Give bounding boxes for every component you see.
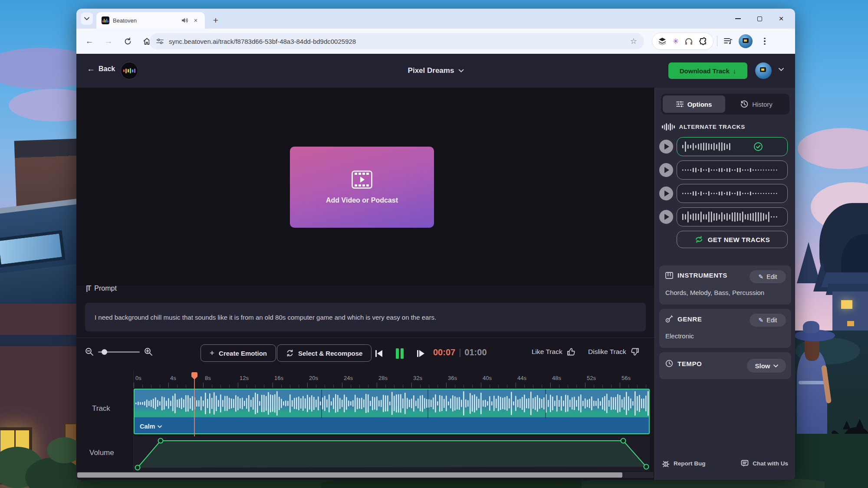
chevron-down-icon <box>773 364 778 367</box>
browser-reload-icon[interactable] <box>120 33 135 49</box>
wallpaper-figure-hair <box>805 340 819 361</box>
new-tab-button[interactable]: + <box>209 14 222 27</box>
media-controls-icon[interactable] <box>720 33 736 49</box>
zoom-out-icon[interactable] <box>85 347 94 356</box>
zoom-in-icon[interactable] <box>144 347 153 356</box>
tab-close-icon[interactable]: × <box>192 16 200 24</box>
tab-title: Beatoven <box>113 17 178 24</box>
wallpaper-grass <box>321 479 599 488</box>
horizontal-scrollbar[interactable] <box>76 472 654 478</box>
url-bar[interactable]: sync.beatoven.ai/track/f8783d66-53bf-48a… <box>149 33 644 49</box>
browser-tab[interactable]: Beatoven × <box>96 12 205 29</box>
text-cursor-icon: |T <box>86 285 90 292</box>
options-sidebar: Options History ALTERNATE TRACKS <box>654 88 795 480</box>
instruments-value: Chords, Melody, Bass, Percussion <box>665 289 764 296</box>
prompt-input[interactable]: I need background chill music that sound… <box>85 303 646 331</box>
wallpaper-cottage-window <box>841 300 852 309</box>
bug-icon <box>662 460 670 467</box>
beatoven-logo <box>121 62 138 79</box>
skip-forward-button[interactable] <box>414 347 427 360</box>
playhead-line <box>194 378 195 436</box>
wallpaper-cottage-window <box>847 321 854 326</box>
download-track-button[interactable]: Download Track ↓ <box>668 62 747 79</box>
select-recompose-button[interactable]: Select & Recompose <box>277 344 372 362</box>
extensions-puzzle-icon[interactable] <box>699 37 707 45</box>
tempo-dropdown[interactable]: Slow <box>747 359 786 373</box>
tab-history[interactable]: History <box>725 95 788 113</box>
tab-audio-icon[interactable] <box>181 17 188 23</box>
track-waveform <box>135 390 649 417</box>
total-time: 01:00 <box>464 347 487 357</box>
genre-value: Electronic <box>665 332 694 340</box>
window-close-button[interactable]: × <box>773 12 789 25</box>
timeline-ruler[interactable]: 0s4s8s12s16s20s24s28s32s36s40s44s48s52s5… <box>134 371 653 388</box>
recompose-loop-icon <box>286 349 294 357</box>
wallpaper-beam <box>0 335 77 346</box>
browser-profile-avatar[interactable] <box>739 34 753 48</box>
skip-back-button[interactable] <box>372 347 385 360</box>
track-title-dropdown[interactable]: Pixel Dreams <box>408 54 464 88</box>
edit-genre-button[interactable]: ✎ Edit <box>750 314 786 327</box>
genre-card: GENRE ✎ Edit Electronic <box>659 309 791 348</box>
alternate-tracks-header: ALTERNATE TRACKS <box>662 123 745 131</box>
site-info-icon[interactable] <box>156 38 164 45</box>
tab-search-button[interactable] <box>81 13 93 25</box>
extension-flower-icon[interactable]: ✳ <box>673 37 679 46</box>
extension-headphones-icon[interactable] <box>685 38 693 45</box>
volume-envelope[interactable] <box>134 436 650 471</box>
url-text[interactable]: sync.beatoven.ai/track/f8783d66-53bf-48a… <box>169 38 625 45</box>
play-alternate-track-button[interactable] <box>659 140 673 154</box>
add-video-or-podcast-card[interactable]: Add Video or Podcast <box>290 147 434 228</box>
browser-forward-icon[interactable]: → <box>101 33 116 49</box>
alternate-track-waveform-selected[interactable] <box>677 137 788 156</box>
browser-menu-icon[interactable] <box>757 33 773 49</box>
back-button[interactable]: ← Back <box>87 64 115 74</box>
zoom-slider-knob[interactable] <box>102 349 107 355</box>
add-video-label: Add Video or Podcast <box>326 197 398 204</box>
dislike-track-button[interactable]: Dislike Track <box>588 347 639 356</box>
account-chevron-icon[interactable] <box>779 68 784 71</box>
create-emotion-button[interactable]: + Create Emotion <box>201 344 276 362</box>
play-alternate-track-button[interactable] <box>659 163 673 177</box>
playback-controls-row: + Create Emotion Select & Recompose <box>76 337 654 368</box>
get-new-tracks-button[interactable]: GET NEW TRACKS <box>677 231 788 248</box>
back-arrow-icon: ← <box>87 64 95 74</box>
wallpaper-figure-waist <box>799 381 825 384</box>
chevron-down-icon <box>158 425 162 428</box>
track-clip[interactable]: Calm <box>134 389 650 434</box>
wallpaper-cloud <box>798 128 868 169</box>
chat-with-us-button[interactable]: Chat with Us <box>741 460 788 467</box>
alternate-track-waveform[interactable] <box>677 160 788 180</box>
zoom-slider[interactable] <box>98 351 140 353</box>
report-bug-button[interactable]: Report Bug <box>662 460 706 467</box>
tab-options[interactable]: Options <box>663 95 725 113</box>
pencil-icon: ✎ <box>759 273 764 280</box>
bookmark-star-icon[interactable]: ☆ <box>630 36 637 46</box>
edit-instruments-button[interactable]: ✎ Edit <box>750 270 786 283</box>
scrollbar-thumb[interactable] <box>77 472 622 478</box>
play-alternate-track-button[interactable] <box>659 210 673 224</box>
user-avatar[interactable] <box>755 62 772 79</box>
tab-strip: Beatoven × + × <box>76 9 795 29</box>
toolbar-separator <box>717 36 717 46</box>
alternate-track-waveform[interactable] <box>677 184 788 203</box>
wallpaper-figure-hat <box>803 321 819 333</box>
instruments-card: INSTRUMENTS ✎ Edit Chords, Melody, Bass,… <box>659 265 791 305</box>
volume-row-label: Volume <box>89 449 114 457</box>
emotion-chip[interactable]: Calm <box>140 423 162 430</box>
reading-list-icon[interactable] <box>658 38 666 45</box>
history-clock-icon <box>740 100 748 108</box>
window-maximize-button[interactable] <box>752 12 767 25</box>
browser-back-icon[interactable]: ← <box>82 33 97 49</box>
window-minimize-button[interactable] <box>730 12 746 25</box>
like-track-button[interactable]: Like Track <box>532 347 575 356</box>
beatoven-favicon-icon <box>102 16 109 24</box>
beatoven-app: ← Back Pixel Dreams Download Track ↓ <box>76 54 795 480</box>
piano-icon <box>665 272 673 279</box>
play-alternate-track-button[interactable] <box>659 187 673 200</box>
app-header: ← Back Pixel Dreams Download Track ↓ <box>76 54 795 88</box>
tempo-card: TEMPO Slow <box>659 352 791 379</box>
waveform-icon <box>662 123 675 131</box>
pause-button[interactable] <box>393 347 406 360</box>
alternate-track-waveform[interactable] <box>677 207 788 226</box>
